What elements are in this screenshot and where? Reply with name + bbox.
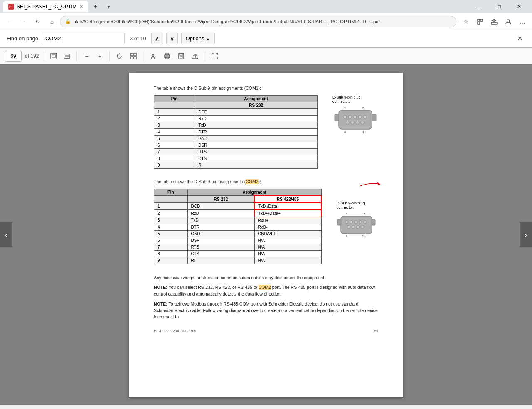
nav-bar: ← → ↻ ⌂ 🔒 file:///C:/Program%20Files%20(… [0, 13, 532, 30]
star-button[interactable]: ☆ [460, 15, 472, 28]
address-bar[interactable]: 🔒 file:///C:/Program%20Files%20(x86)/Sch… [60, 16, 456, 27]
pdf-page-input[interactable] [5, 51, 22, 62]
tab-close-button[interactable]: ✕ [79, 4, 83, 10]
share-button[interactable] [488, 15, 500, 28]
svg-point-36 [356, 121, 359, 124]
svg-point-35 [351, 121, 354, 124]
profile-button[interactable] [502, 15, 515, 28]
svg-rect-39 [372, 114, 376, 121]
zoom-out-button[interactable]: − [80, 50, 93, 62]
toolbar-separator-1 [44, 52, 44, 61]
svg-rect-7 [51, 53, 57, 59]
svg-point-33 [363, 115, 367, 118]
svg-rect-38 [335, 114, 339, 121]
table-row: 9RI [154, 162, 318, 168]
svg-point-53 [357, 225, 360, 228]
svg-point-54 [361, 225, 364, 228]
table1-container: Pin Assignment RS-232 1DCD 2RxD 3TxD 4DT… [154, 95, 378, 175]
save-button[interactable] [175, 50, 187, 62]
view-mode-button[interactable] [127, 50, 140, 62]
table-row: 6DSRN/A [154, 237, 322, 244]
table-row: 4DTRRxD- [154, 224, 322, 230]
find-next-button[interactable]: ∨ [166, 33, 178, 44]
svg-point-32 [358, 115, 362, 118]
svg-rect-56 [372, 219, 375, 225]
col-assignment-header: Assignment [195, 95, 318, 102]
com2-highlight-title: COM2 [246, 179, 258, 184]
col2-pin-sub [154, 196, 188, 203]
svg-text:6: 6 [344, 131, 346, 134]
svg-rect-28 [339, 110, 372, 129]
collections-button[interactable] [474, 15, 486, 28]
home-button[interactable]: ⌂ [46, 15, 58, 28]
svg-text:6: 6 [346, 234, 348, 238]
read-aloud-button[interactable]: Aᴬ [147, 50, 159, 62]
find-bar: Find on page 3 of 10 ∧ ∨ Options ⌄ ✕ [0, 30, 532, 47]
pdf-tool-group-1 [47, 50, 73, 62]
svg-point-46 [345, 220, 348, 223]
tab-dropdown-button[interactable]: ▼ [103, 1, 115, 12]
pdf-toolbar: of 192 − + Aᴬ [0, 48, 532, 64]
svg-rect-55 [337, 219, 341, 225]
back-button[interactable]: ← [3, 15, 16, 28]
table-row: 2 RxD TxD+/Data+ [154, 210, 322, 217]
com1-connector-diagram: D-Sub 9-pin plug connector: 1 5 [332, 95, 378, 143]
warning-text: Any excessive weight or stress on commun… [154, 275, 378, 281]
svg-text:P: P [9, 5, 11, 9]
col-pin-header: Pin [154, 95, 195, 102]
footer-page-number: 69 [374, 329, 378, 333]
fit-width-button[interactable] [61, 50, 73, 62]
table-row: 2RxD [154, 115, 318, 122]
connector-svg-2: 1 5 [337, 211, 378, 244]
connector-svg-1: 1 5 [332, 105, 378, 143]
table2-container: Pin Assignment RS-232 RS-422/485 1 DCD T… [154, 189, 378, 271]
table-row: 8CTSN/A [154, 250, 322, 257]
chevron-down-icon: ⌄ [206, 35, 210, 42]
pdf-page: The table shows the D-Sub 9-pin assignme… [129, 73, 403, 397]
maximize-button[interactable]: □ [490, 0, 509, 13]
svg-rect-3 [480, 19, 483, 21]
rotate-button[interactable] [113, 50, 126, 62]
forward-button[interactable]: → [17, 15, 30, 28]
settings-button[interactable]: … [516, 15, 529, 28]
table-row: 3TxDRxD+ [154, 217, 322, 224]
url-text: file:///C:/Program%20Files%20(x86)/Schne… [74, 19, 380, 24]
col2-pin-header: Pin [154, 189, 188, 196]
find-options-button[interactable]: Options ⌄ [181, 33, 215, 44]
note3-label: NOTE: [154, 301, 167, 306]
print-button[interactable] [161, 50, 173, 62]
toolbar-separator-3 [109, 52, 110, 61]
toolbar-separator-5 [205, 52, 205, 61]
minimize-button[interactable]: ─ [470, 0, 489, 13]
find-close-button[interactable]: ✕ [514, 33, 525, 44]
col2-assignment-header: Assignment [187, 189, 321, 196]
svg-point-37 [361, 121, 364, 124]
share-pdf-button[interactable] [189, 50, 202, 62]
toolbar-separator-4 [143, 52, 143, 61]
find-prev-button[interactable]: ∧ [151, 33, 163, 44]
refresh-button[interactable]: ↻ [32, 15, 44, 28]
svg-point-47 [350, 220, 353, 223]
svg-point-29 [343, 115, 347, 118]
svg-text:9: 9 [362, 131, 365, 134]
pdf-footer: EIO0000002041 02-2016 69 [154, 329, 378, 333]
section2-title: The table shows the D-Sub 9-pin assignme… [154, 179, 378, 185]
svg-rect-15 [134, 53, 136, 56]
col2-rs232-sub: RS-232 [187, 196, 254, 203]
svg-point-31 [353, 115, 357, 118]
toolbar-separator-2 [76, 52, 77, 61]
svg-text:5: 5 [364, 212, 366, 216]
find-input[interactable] [42, 33, 125, 44]
col-pin-sub [154, 102, 195, 108]
close-button[interactable]: ✕ [510, 0, 529, 13]
fullscreen-button[interactable] [209, 50, 221, 62]
zoom-in-button[interactable]: + [94, 50, 106, 62]
col-rs232-sub: RS-232 [195, 102, 318, 108]
pdf-prev-page-button[interactable]: ‹ [0, 222, 12, 247]
fit-page-button[interactable] [47, 50, 60, 62]
com2-table: Pin Assignment RS-232 RS-422/485 1 DCD T… [154, 189, 322, 264]
new-tab-button[interactable]: + [90, 1, 101, 12]
svg-rect-5 [491, 22, 497, 24]
active-tab[interactable]: P SEI_S-PANEL_PC_OPTIM ✕ [3, 1, 88, 12]
pdf-next-page-button[interactable]: › [520, 222, 532, 247]
